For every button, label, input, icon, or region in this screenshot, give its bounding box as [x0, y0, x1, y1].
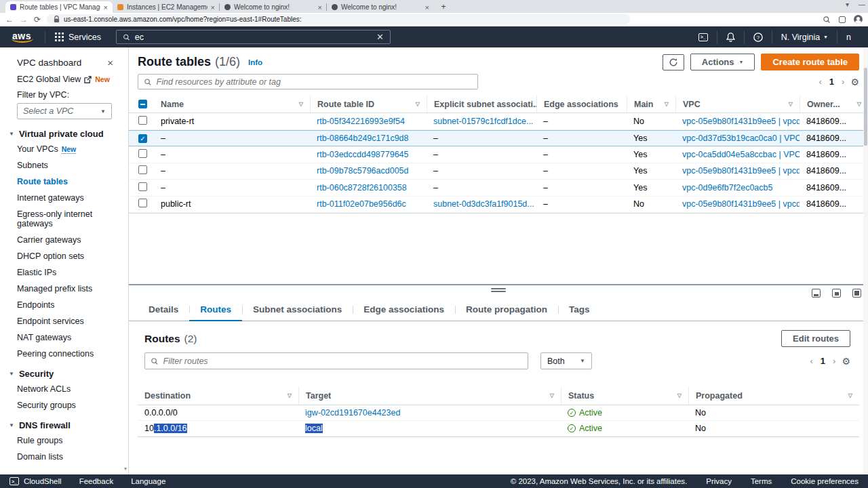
- panel-size-large-icon[interactable]: [852, 289, 861, 298]
- next-page-icon[interactable]: ›: [842, 77, 844, 87]
- routes-filter-input[interactable]: [163, 357, 522, 366]
- create-route-table-button[interactable]: Create route table: [761, 54, 859, 70]
- close-icon[interactable]: ×: [425, 3, 429, 12]
- close-icon[interactable]: ×: [107, 57, 113, 68]
- vpc-link[interactable]: vpc-05e9b80f1431b9ee5 | vpcd...: [675, 117, 800, 126]
- vpc-link[interactable]: vpc-05e9b80f1431b9ee5 | vpcd...: [675, 199, 800, 209]
- section-security[interactable]: ▼ Security: [9, 369, 128, 379]
- sidebar-item-dhcp-option-sets[interactable]: DHCP option sets: [17, 248, 105, 264]
- sidebar-item-elastic-ips[interactable]: Elastic IPs: [17, 264, 105, 281]
- sort-icon[interactable]: ▽: [848, 392, 852, 399]
- sidebar-item-ec2-global-view[interactable]: EC2 Global View New: [17, 75, 128, 84]
- prev-page-icon[interactable]: ‹: [819, 77, 822, 87]
- column-header-route-table-id[interactable]: Route table ID▽: [310, 96, 427, 113]
- edit-routes-button[interactable]: Edit routes: [781, 330, 850, 347]
- sidebar-item-vpc-dashboard[interactable]: VPC dashboard: [17, 58, 81, 68]
- table-row[interactable]: – rtb-03edccdd498779645 – – Yes vpc-0ca5…: [129, 146, 868, 163]
- sort-icon[interactable]: ▽: [857, 101, 861, 107]
- terms-link[interactable]: Terms: [751, 477, 772, 485]
- actions-button[interactable]: Actions▼: [690, 54, 755, 70]
- route-table-id-link[interactable]: rtb-05f342216993e9f54: [310, 117, 427, 126]
- table-row[interactable]: – rtb-060c8728f26100358 – – Yes vpc-0d9e…: [129, 180, 868, 197]
- tab-details[interactable]: Details: [138, 300, 189, 321]
- minimize-button[interactable]: —: [859, 1, 865, 8]
- notifications-button[interactable]: [717, 30, 744, 44]
- panel-drag-handle[interactable]: [491, 288, 506, 292]
- resource-search-input[interactable]: [157, 77, 472, 87]
- tab-routes[interactable]: Routes: [189, 300, 242, 321]
- column-header-destination[interactable]: Destination▽: [138, 386, 298, 405]
- services-menu[interactable]: Services: [55, 33, 101, 42]
- page-number[interactable]: 1: [821, 356, 825, 366]
- panel-size-small-icon[interactable]: [812, 289, 821, 298]
- sidebar-item-domain-lists[interactable]: Domain lists: [17, 449, 105, 465]
- browser-tab-nginx-1[interactable]: Welcome to nginx! ×: [220, 1, 327, 13]
- sidebar-item-managed-prefix-lists[interactable]: Managed prefix lists: [17, 281, 105, 297]
- cloudshell-footer-button[interactable]: >_ CloudShell: [9, 477, 62, 485]
- section-virtual-private-cloud[interactable]: ▼ Virtual private cloud: [9, 129, 128, 139]
- new-tab-button[interactable]: +: [438, 1, 449, 12]
- route-row[interactable]: 0.0.0.0/0 igw-02cd191670e4423ed Active N…: [138, 405, 859, 421]
- column-header-owner[interactable]: Owner...▽: [800, 96, 868, 113]
- vpc-link[interactable]: vpc-0d9e6fb7f2ec0acb5: [675, 183, 800, 192]
- tab-subnet-associations[interactable]: Subnet associations: [242, 300, 353, 321]
- refresh-button[interactable]: [663, 54, 684, 70]
- tab-tags[interactable]: Tags: [558, 300, 601, 321]
- side-panel-icon[interactable]: [839, 16, 846, 23]
- zoom-icon[interactable]: [823, 16, 831, 24]
- aws-logo[interactable]: aws: [8, 30, 35, 43]
- cloudshell-button[interactable]: >_: [690, 30, 717, 44]
- row-checkbox[interactable]: [138, 165, 147, 174]
- sort-icon[interactable]: ▽: [416, 101, 420, 107]
- scroll-down-icon[interactable]: ▾: [124, 466, 127, 472]
- next-page-icon[interactable]: ›: [833, 356, 835, 366]
- column-header-status[interactable]: Status▽: [561, 386, 688, 405]
- table-row[interactable]: – rtb-09b78c5796acd005d – – Yes vpc-05e9…: [129, 163, 868, 180]
- vpc-link[interactable]: vpc-0ca5dd04e5a8ccbac | VPC-B: [675, 150, 800, 159]
- routes-filter[interactable]: [144, 352, 528, 369]
- column-header-main[interactable]: Main▽: [627, 96, 675, 113]
- back-button[interactable]: ←: [5, 16, 14, 24]
- close-icon[interactable]: ×: [104, 3, 108, 12]
- vpc-link[interactable]: vpc-05e9b80f1431b9ee5 | vpcd...: [675, 166, 800, 176]
- tab-search-chevron-icon[interactable]: ▾: [846, 1, 849, 8]
- sort-icon[interactable]: ▽: [299, 101, 303, 107]
- sidebar-item-endpoints[interactable]: Endpoints: [17, 297, 105, 313]
- privacy-link[interactable]: Privacy: [706, 477, 732, 485]
- page-number[interactable]: 1: [829, 77, 834, 87]
- row-checkbox[interactable]: [138, 199, 147, 207]
- close-icon[interactable]: ×: [211, 3, 215, 12]
- help-button[interactable]: ?: [744, 30, 772, 44]
- route-table-id-link[interactable]: rtb-08664b249c171c9d8: [310, 134, 427, 143]
- clear-search-icon[interactable]: ✕: [376, 32, 384, 42]
- column-header-edge-associations[interactable]: Edge associations: [536, 96, 627, 113]
- tab-route-propagation[interactable]: Route propagation: [455, 300, 558, 321]
- browser-tab-ec2[interactable]: Instances | EC2 Management C ×: [113, 1, 220, 13]
- sort-icon[interactable]: ▽: [288, 392, 292, 399]
- vpc-filter-select[interactable]: Select a VPC ▼: [17, 103, 112, 119]
- cookie-preferences-link[interactable]: Cookie preferences: [791, 477, 859, 485]
- global-search[interactable]: ✕: [116, 30, 391, 44]
- forward-button[interactable]: →: [20, 16, 28, 24]
- account-menu[interactable]: n: [837, 30, 860, 44]
- address-bar[interactable]: us-east-1.console.aws.amazon.com/vpc/hom…: [47, 14, 630, 24]
- sidebar-item-network-acls[interactable]: Network ACLs: [17, 381, 105, 397]
- sort-icon[interactable]: ▽: [665, 101, 669, 107]
- tab-edge-associations[interactable]: Edge associations: [353, 300, 455, 321]
- column-header-propagated[interactable]: Propagated▽: [688, 386, 859, 405]
- language-button[interactable]: Language: [131, 477, 165, 485]
- route-table-id-link[interactable]: rtb-060c8728f26100358: [310, 183, 427, 192]
- igw-link[interactable]: igw-02cd191670e4423ed: [298, 408, 561, 418]
- sidebar-item-subnets[interactable]: Subnets: [17, 157, 105, 174]
- route-table-id-link[interactable]: rtb-09b78c5796acd005d: [310, 166, 427, 176]
- route-row[interactable]: 10.1.0.0/16 local Active No: [138, 421, 859, 436]
- sort-icon[interactable]: ▽: [677, 392, 682, 399]
- route-mode-select[interactable]: Both ▼: [540, 352, 592, 369]
- table-row-selected[interactable]: – rtb-08664b249c171c9d8 – – Yes vpc-0d37…: [129, 130, 868, 147]
- route-table-id-link[interactable]: rtb-03edccdd498779645: [310, 150, 427, 159]
- section-dns-firewall[interactable]: ▼ DNS firewall: [9, 420, 128, 430]
- row-checkbox[interactable]: [138, 149, 147, 158]
- sidebar-item-endpoint-services[interactable]: Endpoint services: [17, 313, 105, 329]
- sidebar-item-internet-gateways[interactable]: Internet gateways: [17, 190, 105, 206]
- table-settings-gear-icon[interactable]: ⚙: [850, 77, 859, 87]
